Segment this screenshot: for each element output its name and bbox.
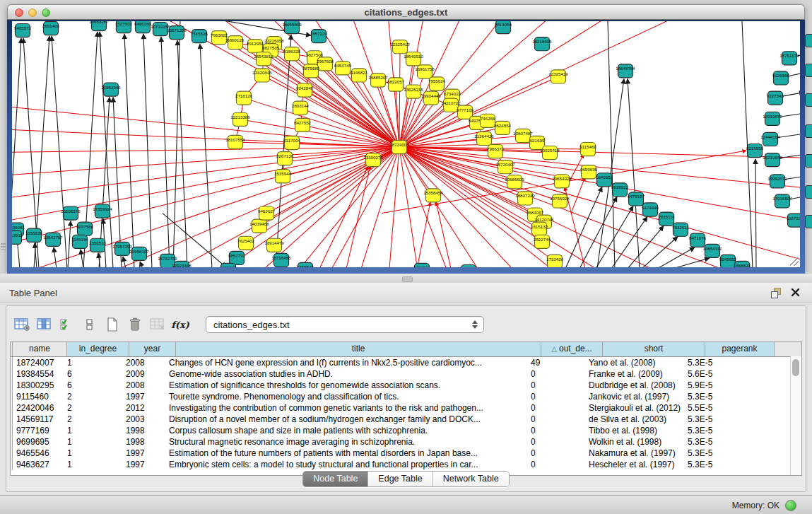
svg-text:8471676: 8471676 <box>689 235 707 240</box>
function-builder-icon[interactable]: f(x) <box>170 315 190 334</box>
row-selection-icon[interactable] <box>57 315 77 334</box>
svg-text:6466160: 6466160 <box>134 21 152 26</box>
column-header-in_degree[interactable]: in_degree <box>67 342 129 356</box>
svg-text:1868823: 1868823 <box>734 263 751 267</box>
svg-text:9699695: 9699695 <box>580 167 598 172</box>
svg-text:7515526: 7515526 <box>191 31 208 36</box>
table-row[interactable]: 911546021997Tourette syndrome. Phenomeno… <box>11 391 801 402</box>
svg-text:19904448: 19904448 <box>421 93 441 98</box>
svg-text:15751074: 15751074 <box>779 53 799 58</box>
cell-name: 19384554 <box>13 368 64 380</box>
column-visibility-icon[interactable] <box>35 315 54 334</box>
svg-text:16648784: 16648784 <box>616 66 635 71</box>
scrollbar-thumb[interactable] <box>792 359 799 376</box>
column-header-title[interactable]: title <box>176 342 541 356</box>
cell-pagerank: 5.3E-5 <box>684 425 750 436</box>
cell-in_degree: 2 <box>64 414 122 425</box>
cell-title: Investigating the contribution of common… <box>165 402 527 414</box>
cell-short: Hescheler et al. (1997) <box>585 459 684 470</box>
column-header-short[interactable]: short <box>603 342 705 356</box>
svg-text:15992071: 15992071 <box>767 176 787 181</box>
cell-year: 2008 <box>122 380 165 391</box>
cell-year: 2008 <box>122 357 165 368</box>
table-row[interactable]: 1456911722003Disruption of a novel membe… <box>11 414 801 425</box>
table-row[interactable]: 977716911998Corpus callosum shape and si… <box>11 425 801 436</box>
table-row[interactable]: 1872400712008Changes of HCN gene express… <box>11 357 801 368</box>
svg-text:3624554: 3624554 <box>494 123 512 128</box>
network-window: citations_edges.txt 54055732691406106532… <box>7 4 805 274</box>
network-window-titlebar[interactable]: citations_edges.txt <box>7 4 805 20</box>
svg-text:15885207: 15885207 <box>368 75 388 80</box>
table-panel-header: Table Panel <box>0 283 812 303</box>
table-row[interactable]: 946554611997Estimation of the future num… <box>11 448 801 459</box>
rows-icon[interactable] <box>80 315 100 334</box>
svg-text:9777169: 9777169 <box>457 107 474 112</box>
cell-pagerank: 5.3E-5 <box>684 448 750 459</box>
cell-in_degree: 1 <box>64 436 122 448</box>
svg-text:15716485: 15716485 <box>271 255 291 260</box>
column-header-year[interactable]: year <box>129 342 176 356</box>
cell-name: 22420046 <box>13 402 64 414</box>
svg-text:14039468: 14039468 <box>249 221 269 226</box>
svg-text:16914479: 16914479 <box>264 240 284 245</box>
svg-text:1145194: 1145194 <box>71 237 88 242</box>
svg-text:6734022: 6734022 <box>444 91 461 96</box>
cell-in_degree: 1 <box>64 459 122 470</box>
close-panel-icon[interactable] <box>790 287 801 298</box>
cell-short: Franke et al. (2009) <box>585 368 684 380</box>
canvas-resize-grip[interactable] <box>790 257 799 266</box>
svg-text:21364436: 21364436 <box>474 134 494 139</box>
table-selector-dropdown[interactable]: citations_edges.txt <box>206 316 484 333</box>
cell-name: 9699695 <box>13 436 64 448</box>
table-row[interactable]: 946362711997Embryonic stem cells: a mode… <box>11 459 801 470</box>
table-settings-icon[interactable] <box>12 315 32 334</box>
svg-text:18640910: 18640910 <box>404 54 423 59</box>
import-table-icon <box>148 315 167 334</box>
panel-title: Table Panel <box>9 288 57 298</box>
network-canvas[interactable]: 5405573269140610653287152760264661601071… <box>12 21 800 267</box>
svg-text:12325419: 12325419 <box>548 71 568 76</box>
column-header-pagerank[interactable]: pagerank <box>705 342 775 356</box>
svg-text:1350513: 1350513 <box>89 240 107 245</box>
svg-text:16671358: 16671358 <box>167 28 187 33</box>
svg-text:23300275: 23300275 <box>363 155 383 160</box>
svg-text:2718126: 2718126 <box>235 93 253 98</box>
svg-text:8912954: 8912954 <box>247 41 264 46</box>
divider-grip[interactable] <box>402 276 413 282</box>
cell-in_degree: 6 <box>64 380 122 391</box>
svg-text:7963822: 7963822 <box>211 33 228 37</box>
tab-network-table[interactable]: Network Table <box>433 472 509 486</box>
delete-table-icon[interactable] <box>125 315 145 334</box>
table-row[interactable]: 2242004622012Investigating the contribut… <box>11 402 801 414</box>
cell-year: 1998 <box>122 436 165 448</box>
tab-node-table[interactable]: Node Table <box>303 472 368 486</box>
table-row[interactable]: 1830029562008Estimation of significance … <box>11 380 801 391</box>
cell-out_de: 0 <box>527 414 585 425</box>
new-table-icon[interactable] <box>102 315 122 334</box>
svg-text:10653287: 10653287 <box>89 21 109 24</box>
cell-out_de: 49 <box>527 357 585 368</box>
svg-text:9146821: 9146821 <box>351 70 368 75</box>
svg-text:17016504: 17016504 <box>772 196 792 201</box>
table-row[interactable]: 969969511998Structural magnetic resonanc… <box>11 436 801 448</box>
tab-edge-table[interactable]: Edge Table <box>368 472 433 486</box>
svg-text:7986372: 7986372 <box>487 146 505 151</box>
cell-name: 18724007 <box>13 357 64 368</box>
cell-year: 2003 <box>122 414 165 425</box>
table-panel: Table Panel f(x) citations_edges.txt nam… <box>0 283 812 495</box>
svg-text:19756928: 19756928 <box>550 196 570 201</box>
vertical-scrollbar[interactable] <box>790 356 801 475</box>
left-gutter-grip[interactable] <box>1 243 6 250</box>
column-header-name[interactable]: name <box>13 342 67 356</box>
svg-text:20206576: 20206576 <box>61 209 81 214</box>
column-header-out_de[interactable]: △out_de... <box>541 342 603 356</box>
table-row[interactable]: 1938455462009Genome-wide association stu… <box>11 368 801 380</box>
svg-text:2803144: 2803144 <box>292 103 310 108</box>
float-panel-icon[interactable] <box>771 288 781 298</box>
svg-text:14120746: 14120746 <box>534 217 554 222</box>
cell-out_de: 0 <box>527 459 585 470</box>
svg-text:14210722: 14210722 <box>441 100 461 105</box>
cell-name: 9115460 <box>13 391 64 402</box>
split-divider[interactable] <box>0 274 812 283</box>
svg-text:16158367: 16158367 <box>459 267 478 267</box>
